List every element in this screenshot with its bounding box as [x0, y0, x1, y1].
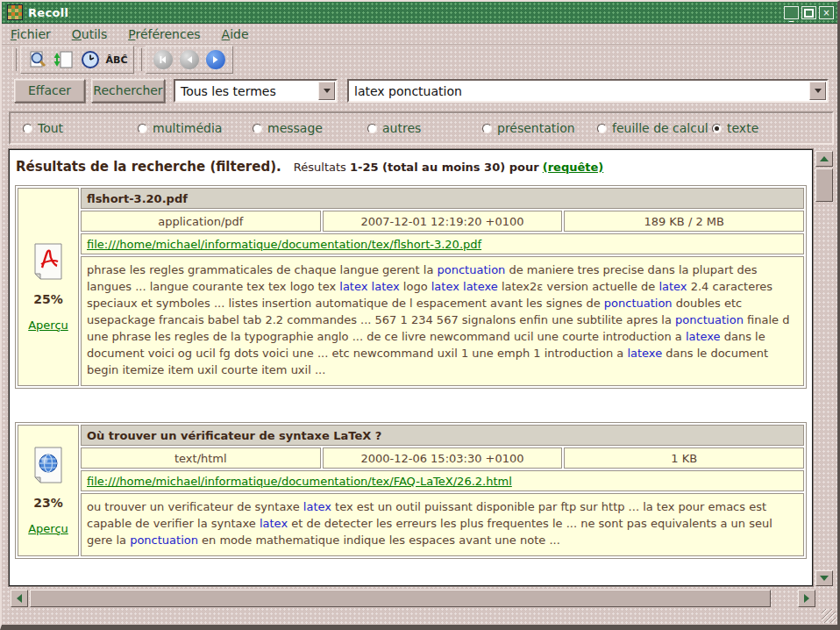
radio-icon[interactable] [597, 124, 607, 133]
clear-button[interactable]: Effacer [14, 79, 85, 103]
category-filter-frame: Tout multimédia message autres présentat… [9, 111, 834, 145]
chevron-down-icon[interactable] [318, 82, 335, 100]
vertical-scrollbar[interactable] [815, 151, 833, 586]
sort-parameters-icon[interactable] [53, 48, 75, 71]
arrow-up-icon [820, 156, 829, 161]
maximize-button[interactable] [801, 6, 816, 19]
toolbar-group-nav [146, 46, 233, 74]
filter-tout[interactable]: Tout [23, 121, 138, 135]
results-title: Résultats de la recherche (filtered). [16, 159, 281, 175]
result-size: 1 KB [564, 447, 804, 469]
search-button[interactable]: Rechercher [91, 79, 165, 103]
result-abstract: ou trouver un verificateur de syntaxe la… [81, 493, 804, 556]
pdf-icon [32, 243, 65, 280]
window-title: Recoll [28, 6, 68, 19]
document-history-icon[interactable] [79, 48, 102, 71]
relevance-percent: 25% [33, 292, 63, 306]
term-explorer-icon[interactable]: ÂBĈ [105, 48, 128, 71]
filter-autres[interactable]: autres [367, 121, 482, 135]
result-size: 189 KB / 2 MB [564, 211, 804, 232]
result-meta-row: application/pdf 2007-12-01 12:19:20 +010… [81, 211, 804, 232]
result-date: 2007-12-01 12:19:20 +0100 [323, 211, 563, 232]
result-url-link[interactable]: file:///home/michael/informatique/docume… [87, 475, 512, 488]
result-url-link[interactable]: file:///home/michael/informatique/docume… [87, 238, 481, 251]
result-mime: application/pdf [81, 211, 321, 232]
radio-icon[interactable] [23, 124, 32, 133]
menu-outils[interactable]: Outils [72, 27, 107, 41]
close-button[interactable]: × [819, 6, 834, 19]
resize-grip[interactable] [822, 609, 836, 623]
filter-message[interactable]: message [253, 121, 367, 135]
chevron-down-icon[interactable] [809, 82, 826, 100]
toolbar: ÂBĈ [2, 45, 837, 75]
search-input[interactable]: latex ponctuation [347, 79, 829, 103]
vertical-scroll-thumb[interactable] [815, 168, 833, 202]
scroll-up-button[interactable] [815, 151, 833, 167]
arrow-right-icon [804, 594, 809, 603]
radio-checked-icon[interactable] [712, 124, 722, 133]
menu-preferences[interactable]: Préférences [128, 27, 200, 41]
result-title: flshort-3.20.pdf [81, 188, 804, 209]
html-icon [32, 447, 65, 483]
app-icon [7, 4, 23, 20]
first-page-icon[interactable] [152, 48, 174, 71]
toolbar-group-tools: ÂBĈ [20, 46, 134, 74]
result-item: 23% Aperçu Où trouver un vérificateur de… [15, 422, 807, 559]
radio-icon[interactable] [138, 124, 147, 133]
minimize-button[interactable]: _ [784, 6, 799, 19]
radio-icon[interactable] [253, 124, 262, 133]
recoll-window: Recoll _ × Fichier Outils Préférences Ai… [0, 0, 840, 630]
maximize-icon [804, 9, 814, 18]
toolbar-handle[interactable] [12, 48, 17, 71]
previous-page-icon[interactable] [178, 48, 201, 71]
horizontal-scroll-thumb[interactable] [30, 590, 771, 607]
result-title: Où trouver un vérificateur de syntaxe La… [81, 425, 804, 446]
scroll-right-button[interactable] [798, 590, 815, 607]
result-side: 25% Aperçu [18, 188, 79, 386]
arrow-down-icon [820, 576, 829, 581]
relevance-percent: 23% [33, 496, 63, 510]
horizontal-scrollbar[interactable] [11, 590, 815, 607]
preview-link[interactable]: Aperçu [28, 319, 68, 332]
result-item: 25% Aperçu flshort-3.20.pdf application/… [15, 185, 807, 389]
result-date: 2000-12-06 15:03:30 +0100 [323, 447, 563, 469]
menu-aide[interactable]: Aide [222, 27, 249, 41]
toolbar-handle[interactable] [138, 48, 142, 71]
query-link[interactable]: (requête) [543, 161, 604, 174]
results-panel: Résultats de la recherche (filtered). Ré… [9, 149, 813, 586]
filter-texte[interactable]: texte [712, 121, 758, 135]
radio-icon[interactable] [367, 124, 377, 133]
filter-feuille-de-calcul[interactable]: feuille de calcul [597, 121, 712, 135]
next-page-icon[interactable] [204, 48, 227, 71]
filter-presentation[interactable]: présentation [482, 121, 597, 135]
scroll-down-button[interactable] [815, 570, 833, 586]
result-side: 23% Aperçu [18, 425, 79, 556]
search-row: Effacer Rechercher Tous les termes latex… [2, 79, 837, 105]
result-meta-row: text/html 2000-12-06 15:03:30 +0100 1 KB [81, 447, 804, 469]
result-mime: text/html [81, 447, 321, 469]
menu-bar: Fichier Outils Préférences Aide [2, 25, 837, 45]
preview-link[interactable]: Aperçu [28, 522, 68, 535]
title-bar[interactable]: Recoll _ × [2, 2, 837, 24]
results-header: Résultats de la recherche (filtered). Ré… [16, 159, 808, 175]
advanced-search-icon[interactable] [26, 48, 49, 71]
radio-icon[interactable] [482, 124, 492, 133]
arrow-left-icon [17, 594, 22, 603]
scroll-left-button[interactable] [11, 590, 28, 607]
result-abstract: phrase les regles grammaticales de chaqu… [81, 256, 804, 386]
search-mode-select[interactable]: Tous les termes [174, 79, 338, 103]
filter-multimedia[interactable]: multimédia [138, 121, 253, 135]
menu-fichier[interactable]: Fichier [11, 27, 51, 41]
